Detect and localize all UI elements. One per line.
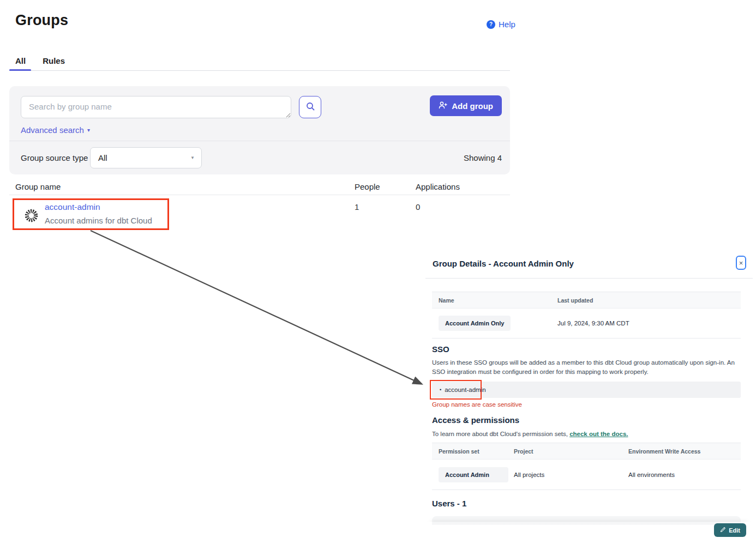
name-table-row: Account Admin Only Jul 9, 2024, 9:30 AM … [432,309,741,338]
column-header-applications: Applications [416,182,460,191]
help-link[interactable]: ? Help [487,20,515,29]
search-button[interactable] [299,96,321,118]
bullet-icon: • [440,387,441,392]
docs-link[interactable]: check out the docs. [569,431,628,437]
name-table-header: Name Last updated [432,292,741,309]
group-description: Account admins for dbt Cloud [45,216,152,225]
panel-title: Group Details - Account Admin Only [433,259,574,268]
group-source-type-label: Group source type [21,153,88,162]
sso-description: Users in these SSO groups will be added … [432,358,741,377]
group-details-panel: Group Details - Account Admin Only × Nam… [425,251,753,550]
permissions-table: Permission set Project Environment Write… [432,443,741,490]
sso-heading: SSO [432,344,449,354]
tab-rules[interactable]: Rules [43,56,65,65]
group-name-chip: Account Admin Only [439,320,511,327]
active-tab-underline [9,69,31,71]
group-source-type-value: All [98,153,107,162]
permissions-table-header: Permission set Project Environment Write… [432,443,741,460]
filter-divider [9,141,510,141]
column-header-last-updated: Last updated [557,297,593,304]
edit-label: Edit [729,527,740,534]
people-count: 1 [355,202,359,211]
filter-panel: Add group Advanced search ▾ Group source… [9,86,510,174]
page-title: Groups [15,12,68,29]
column-header-people: People [355,182,380,191]
advanced-search-label: Advanced search [21,125,84,135]
tab-bar-divider [9,70,510,71]
add-group-label: Add group [452,101,493,111]
permission-set-chip: Account Admin [439,467,508,482]
add-group-button[interactable]: Add group [430,95,502,116]
column-header-name: Name [439,297,454,304]
select-caret-icon: ▼ [190,155,195,160]
close-icon[interactable]: × [736,256,746,270]
column-header-group-name: Group name [15,182,61,191]
permissions-table-row: Account Admin All projects All environme… [432,460,741,489]
edit-button[interactable]: Edit [714,523,746,537]
advanced-search-toggle[interactable]: Advanced search ▾ [21,125,90,135]
search-icon [305,101,315,113]
panel-divider [425,278,753,279]
search-input[interactable] [21,96,291,118]
sso-group-name: account-admin [445,386,485,393]
project-value: All projects [514,472,544,478]
group-avatar-icon [24,208,39,225]
users-heading: Users - 1 [432,499,466,508]
column-header-permission-set: Permission set [439,448,479,455]
column-header-env-write-access: Environment Write Access [628,448,700,455]
applications-count: 0 [416,202,420,211]
tab-bar: All Rules [15,56,65,65]
last-updated-value: Jul 9, 2024, 9:30 AM CDT [557,320,629,327]
env-write-access-value: All environments [628,472,675,478]
group-name-link[interactable]: account-admin [45,202,100,212]
add-user-icon [439,101,447,111]
panel-footer [425,522,753,550]
caret-down-icon: ▾ [87,127,90,133]
table-header-divider [9,195,510,195]
showing-count: Showing 4 [464,153,502,162]
group-source-type-select[interactable]: All ▼ [90,147,202,168]
access-description: To learn more about dbt Cloud's permissi… [432,430,741,439]
tab-all[interactable]: All [15,56,26,65]
case-sensitive-note: Group names are case sensitive [432,401,522,408]
help-icon: ? [487,20,495,29]
column-header-project: Project [514,448,533,455]
groups-page: Groups ? Help All Rules [0,0,756,550]
help-label: Help [499,20,515,29]
access-description-text: To learn more about dbt Cloud's permissi… [432,431,569,437]
pencil-icon [720,527,726,534]
name-table: Name Last updated Account Admin Only Jul… [432,292,741,339]
access-permissions-heading: Access & permissions [432,415,519,425]
sso-group-item: • account-admin [432,382,741,398]
